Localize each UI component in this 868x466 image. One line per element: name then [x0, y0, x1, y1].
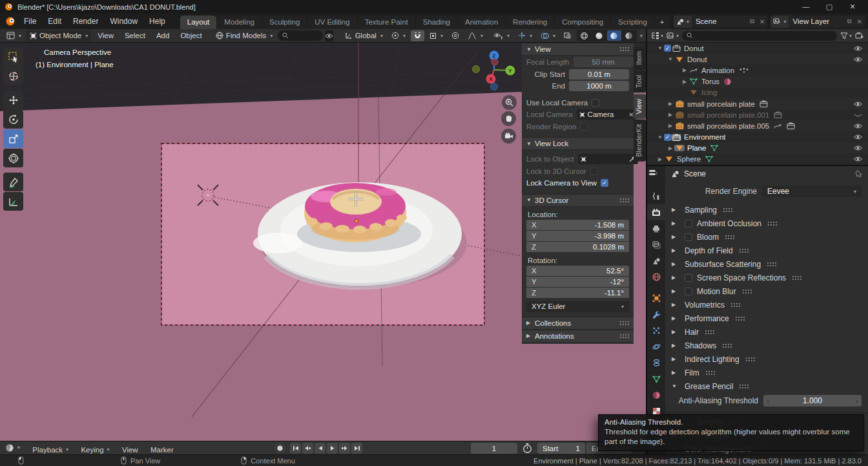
section-volumetrics[interactable]: ▶Volumetrics — [665, 298, 868, 312]
section-grease-pencil[interactable]: ▼Grease Pencil — [665, 379, 868, 393]
tab-world-properties[interactable] — [647, 269, 665, 285]
editor-type-button[interactable]: ▾ — [3, 30, 25, 41]
asset-preview-toggle[interactable] — [325, 30, 333, 41]
eye-icon[interactable] — [853, 123, 863, 129]
slider-right-arrow-icon[interactable]: › — [852, 397, 862, 405]
panel-grip-icon[interactable] — [619, 47, 629, 52]
tab-object-data-properties[interactable] — [647, 371, 665, 387]
panel-grip-icon[interactable] — [725, 235, 734, 240]
tab-scene-properties[interactable] — [647, 253, 665, 269]
object-visibility-dropdown[interactable]: ▾ — [490, 30, 513, 41]
panel-grip-icon[interactable] — [619, 334, 629, 339]
bloom-checkbox[interactable] — [685, 233, 692, 241]
disclosure-icon[interactable]: ▶ — [666, 101, 674, 107]
properties-editor-type-button[interactable] — [648, 169, 657, 177]
tab-rendering[interactable]: Rendering — [506, 16, 554, 29]
mode-dropdown[interactable]: Object Mode▾ — [26, 30, 91, 41]
section-shadows[interactable]: ▶Shadows — [665, 339, 868, 352]
disclosure-icon[interactable]: ▶ — [681, 79, 688, 85]
view-layer-name[interactable]: View Layer — [789, 17, 844, 25]
lock-to-object-field[interactable] — [578, 154, 638, 164]
new-scene-icon[interactable]: ⧉ — [747, 17, 757, 25]
tab-constraint-properties[interactable] — [647, 355, 665, 371]
transform-tool[interactable] — [3, 149, 23, 167]
menu-view[interactable]: View — [93, 32, 118, 39]
tab-compositing[interactable]: Compositing — [555, 16, 610, 29]
add-workspace-button[interactable]: + — [655, 16, 670, 29]
render-engine-dropdown[interactable]: Eevee▾ — [762, 185, 862, 197]
outliner-search-input[interactable] — [682, 31, 837, 41]
section-indirect-lighting[interactable]: ▶Indirect Lighting — [665, 352, 868, 366]
tab-tool[interactable]: Tool — [634, 70, 646, 92]
menu-render[interactable]: Render — [67, 14, 104, 29]
section-ambient-occlusion[interactable]: ▶Ambient Occlusion — [665, 217, 868, 230]
tab-modeling[interactable]: Modeling — [217, 16, 262, 29]
shading-solid-button[interactable] — [592, 30, 606, 41]
jump-to-start-button[interactable] — [290, 443, 301, 454]
scene-name[interactable]: Scene — [692, 17, 747, 25]
panel-grip-icon[interactable] — [792, 275, 801, 281]
cursor-tool[interactable] — [3, 67, 23, 85]
shading-rendered-button[interactable] — [622, 30, 636, 41]
menu-edit[interactable]: Edit — [42, 14, 67, 29]
scene-selector[interactable]: ▾ Scene ⧉ ✕ — [674, 16, 768, 28]
clip-end-field[interactable]: 1000 m — [569, 81, 629, 91]
ambient-occlusion-checkbox[interactable] — [685, 220, 692, 228]
camera-view-button[interactable] — [501, 129, 516, 143]
pan-button[interactable] — [501, 111, 516, 126]
slider-left-arrow-icon[interactable]: ‹ — [763, 397, 772, 405]
cursor-panel-header[interactable]: ▼3D Cursor — [522, 194, 634, 207]
eye-closed-icon[interactable] — [853, 112, 863, 118]
view-layer-selector[interactable]: ▾ View Layer ⧉ ✕ — [770, 16, 865, 28]
panel-grip-icon[interactable] — [742, 289, 752, 294]
section-performance[interactable]: ▶Performance — [665, 312, 868, 325]
menu-file[interactable]: File — [18, 14, 42, 29]
tab-material-properties[interactable] — [647, 387, 665, 403]
outliner-row-sphere[interactable]: ▶ Sphere — [647, 154, 868, 165]
view-lock-subpanel-header[interactable]: ▼View Lock — [522, 137, 634, 150]
cursor-rotation-y[interactable]: Y-12° — [526, 277, 629, 287]
tab-view-layer-properties[interactable] — [647, 237, 665, 253]
collection-checkbox[interactable] — [664, 134, 671, 141]
tab-texture-paint[interactable]: Texture Paint — [358, 16, 415, 29]
auto-keying-button[interactable] — [274, 443, 285, 454]
orientation-dropdown[interactable]: Global▾ — [342, 30, 386, 41]
panel-grip-icon[interactable] — [723, 207, 732, 213]
breadcrumb-scene[interactable]: Scene — [684, 169, 706, 178]
tab-animation[interactable]: Animation — [458, 16, 505, 29]
menu-help[interactable]: Help — [143, 14, 171, 29]
scene-icon[interactable]: ▾ — [674, 16, 692, 28]
rotation-mode-dropdown[interactable]: XYZ Euler▾ — [526, 301, 629, 312]
disclosure-icon[interactable]: ▶ — [666, 123, 674, 129]
tab-blenderkit[interactable]: BlenderKit — [634, 120, 646, 162]
disclosure-icon[interactable]: ▶ — [656, 156, 664, 162]
zoom-button[interactable] — [502, 95, 517, 110]
panel-grip-icon[interactable] — [705, 370, 715, 376]
shading-dropdown-arrow[interactable]: ▾ — [640, 33, 643, 39]
cursor-rotation-z[interactable]: Z-11.1° — [526, 288, 629, 298]
disclosure-icon[interactable]: ▶ — [681, 67, 688, 73]
blender-menu-button[interactable] — [3, 14, 18, 29]
menu-window[interactable]: Window — [104, 14, 143, 29]
eye-icon[interactable] — [853, 156, 863, 162]
next-keyframe-button[interactable] — [339, 443, 350, 454]
menu-object[interactable]: Object — [176, 32, 206, 39]
panel-grip-icon[interactable] — [722, 343, 732, 348]
jump-to-end-button[interactable] — [351, 443, 362, 454]
xray-toggle[interactable] — [561, 30, 575, 41]
play-reverse-button[interactable] — [315, 443, 326, 454]
rotate-tool[interactable] — [3, 110, 23, 129]
disclosure-icon[interactable]: ▼ — [666, 56, 674, 62]
use-preview-range-button[interactable] — [522, 443, 533, 454]
show-overlays-toggle[interactable]: ▾ — [537, 30, 559, 41]
menu-select[interactable]: Select — [120, 32, 150, 39]
section-film[interactable]: ▶Film — [665, 366, 868, 379]
section-bloom[interactable]: ▶Bloom — [665, 230, 868, 244]
asset-search-input[interactable] — [278, 30, 322, 41]
panel-grip-icon[interactable] — [767, 221, 777, 226]
section-hair[interactable]: ▶Hair — [665, 325, 868, 339]
new-collection-button[interactable] — [855, 32, 864, 39]
focal-length-field[interactable]: 50 mm — [574, 57, 634, 67]
play-button[interactable] — [327, 443, 338, 454]
view-layer-icon[interactable]: ▾ — [770, 16, 789, 28]
